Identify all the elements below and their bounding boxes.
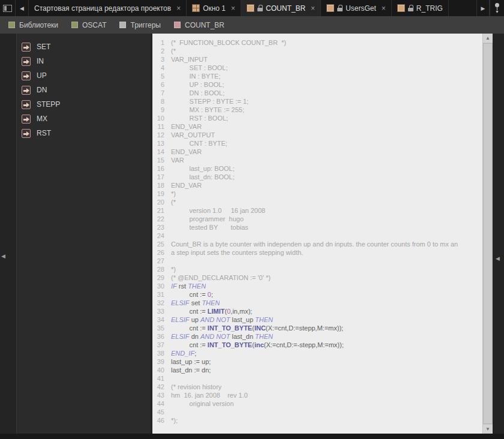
- code-line[interactable]: 37 cnt := INT_TO_BYTE(inc(X:=cnt,D:=-ste…: [152, 341, 482, 349]
- line-number: 5: [152, 72, 167, 80]
- code-line[interactable]: 16 last_up: BOOL;: [152, 164, 482, 173]
- code-line[interactable]: 41: [152, 374, 482, 383]
- code-line[interactable]: 18END_VAR: [152, 181, 482, 190]
- line-number: 4: [152, 64, 167, 72]
- close-icon[interactable]: ×: [382, 5, 386, 12]
- code-line[interactable]: 15VAR: [152, 156, 482, 164]
- code-line[interactable]: 28*): [152, 265, 482, 273]
- code-line[interactable]: 39last_up := up;: [152, 357, 482, 366]
- code-text: [167, 257, 171, 265]
- sidebar-item-mx[interactable]: MX: [17, 112, 151, 126]
- auto-hide-button[interactable]: ▼: [490, 0, 504, 16]
- scrollbar-thumb[interactable]: [483, 43, 493, 424]
- sidebar-item-rst[interactable]: RST: [17, 126, 151, 140]
- code-line[interactable]: 35 cnt := INT_TO_BYTE(INC(X:=cnt,D:=step…: [152, 324, 482, 332]
- code-line[interactable]: 25Count_BR is a byte counter with indepe…: [152, 240, 482, 248]
- code-text: cnt := LIMIT(0,in,mx);: [167, 307, 252, 315]
- sidebar-item-dn[interactable]: DN: [17, 83, 151, 97]
- code-line[interactable]: 10 RST : BOOL;: [152, 114, 482, 122]
- sidebar-item-set[interactable]: SET: [17, 40, 151, 54]
- breadcrumb-item-COUNT_BR[interactable]: COUNT_BR: [174, 21, 224, 29]
- line-number: 34: [152, 315, 167, 324]
- code-line[interactable]: 27: [152, 257, 482, 265]
- vertical-scrollbar[interactable]: ▲ ▼: [482, 34, 493, 434]
- code-line[interactable]: 20(*: [152, 198, 482, 206]
- code-text: last_dn := dn;: [167, 366, 211, 374]
- tab-scroll-left-button[interactable]: ◀: [16, 0, 29, 16]
- code-line[interactable]: 24: [152, 231, 482, 240]
- tab-scroll-right-button[interactable]: ▶: [476, 0, 490, 16]
- code-line[interactable]: 42(* revision history: [152, 383, 482, 391]
- code-line[interactable]: 9 MX : BYTE := 255;: [152, 106, 482, 114]
- code-line[interactable]: 19*): [152, 190, 482, 198]
- code-text: [167, 231, 171, 240]
- code-line[interactable]: 22 programmer hugo: [152, 215, 482, 223]
- tab-UsersGet[interactable]: UsersGet×: [321, 0, 392, 16]
- code-line[interactable]: 8 STEPP : BYTE := 1;: [152, 97, 482, 106]
- st-code-editor[interactable]: 1(* FUNCTION_BLOCK COUNT_BR *)2(*3VAR_IN…: [151, 34, 493, 434]
- code-line[interactable]: 31 cnt := 0;: [152, 290, 482, 299]
- pin-icon: [495, 3, 499, 7]
- tab-COUNT_BR[interactable]: COUNT_BR×: [241, 0, 321, 16]
- breadcrumb-item-Триггеры[interactable]: Триггеры: [119, 21, 161, 29]
- expand-right-panel-icon[interactable]: ◀: [496, 255, 500, 261]
- code-line[interactable]: 36ELSIF dn AND NOT last_dn THEN: [152, 332, 482, 341]
- code-line[interactable]: 1(* FUNCTION_BLOCK COUNT_BR *): [152, 38, 482, 47]
- code-area[interactable]: 1(* FUNCTION_BLOCK COUNT_BR *)2(*3VAR_IN…: [152, 34, 482, 434]
- window-menu-button[interactable]: [0, 0, 16, 16]
- code-line[interactable]: 43hm 16. jan 2008 rev 1.0: [152, 391, 482, 399]
- library-node-icon: [8, 22, 15, 28]
- tabs-container: Стартовая страница редактора проектов×Ок…: [29, 0, 476, 16]
- code-line[interactable]: 6 UP : BOOL;: [152, 80, 482, 89]
- collapse-left-panel-icon[interactable]: ◀: [1, 253, 5, 259]
- code-line[interactable]: 45: [152, 408, 482, 416]
- code-line[interactable]: 30IF rst THEN: [152, 282, 482, 290]
- code-line[interactable]: 46*);: [152, 416, 482, 425]
- code-line[interactable]: 12VAR_OUTPUT: [152, 131, 482, 139]
- code-line[interactable]: 26a step input sets the counters steppin…: [152, 248, 482, 257]
- code-line[interactable]: 4 SET : BOOL;: [152, 64, 482, 72]
- tab-Окно 1[interactable]: Окно 1×: [187, 0, 241, 16]
- code-line[interactable]: 2(*: [152, 47, 482, 55]
- code-line[interactable]: 14END_VAR: [152, 148, 482, 156]
- code-line[interactable]: 32ELSIF set THEN: [152, 299, 482, 307]
- breadcrumb-item-OSCAT[interactable]: OSCAT: [71, 21, 106, 29]
- tab-Стартовая страница редактора проектов[interactable]: Стартовая страница редактора проектов×: [29, 0, 187, 16]
- line-number: 6: [152, 80, 167, 89]
- code-text: END_VAR: [167, 148, 202, 156]
- close-icon[interactable]: ×: [176, 5, 181, 12]
- sidebar-item-up[interactable]: UP: [17, 68, 151, 83]
- close-icon[interactable]: ×: [311, 5, 315, 12]
- code-line[interactable]: 33 cnt := LIMIT(0,in,mx);: [152, 307, 482, 315]
- code-line[interactable]: 3VAR_INPUT: [152, 55, 482, 64]
- code-line[interactable]: 13 CNT : BYTE;: [152, 139, 482, 148]
- scroll-up-icon[interactable]: ▲: [483, 34, 493, 43]
- scroll-down-icon[interactable]: ▼: [483, 424, 493, 434]
- code-line[interactable]: 44 original version: [152, 399, 482, 408]
- code-line[interactable]: 40last_dn := dn;: [152, 366, 482, 374]
- code-line[interactable]: 17 last_dn: BOOL;: [152, 173, 482, 181]
- code-line[interactable]: 23 tested BY tobias: [152, 223, 482, 231]
- function-block-icon: [247, 4, 254, 12]
- sidebar-item-stepp[interactable]: STEPP: [17, 97, 151, 112]
- code-line[interactable]: 11END_VAR: [152, 122, 482, 131]
- code-line[interactable]: 5 IN : BYTE;: [152, 72, 482, 80]
- code-line[interactable]: 34ELSIF up AND NOT last_up THEN: [152, 315, 482, 324]
- code-text: last_up := up;: [167, 357, 211, 366]
- code-text: version 1.0 16 jan 2008: [167, 206, 265, 215]
- input-variable-icon: [22, 100, 31, 109]
- code-line[interactable]: 29(* @END_DECLARATION := '0' *): [152, 273, 482, 282]
- code-line[interactable]: 21 version 1.0 16 jan 2008: [152, 206, 482, 215]
- breadcrumb-label: OSCAT: [82, 21, 106, 29]
- close-icon[interactable]: ×: [231, 5, 235, 12]
- sidebar-item-in[interactable]: IN: [17, 54, 151, 68]
- line-number: 23: [152, 223, 167, 231]
- code-text: RST : BOOL;: [167, 114, 228, 122]
- code-text: *): [167, 190, 176, 198]
- tab-R_TRIG[interactable]: R_TRIG: [392, 0, 449, 16]
- code-line[interactable]: 7 DN : BOOL;: [152, 89, 482, 97]
- breadcrumb-item-Библиотеки[interactable]: Библиотеки: [8, 21, 58, 29]
- line-number: 18: [152, 181, 167, 190]
- code-line[interactable]: 38END_IF;: [152, 349, 482, 357]
- line-number: 24: [152, 231, 167, 240]
